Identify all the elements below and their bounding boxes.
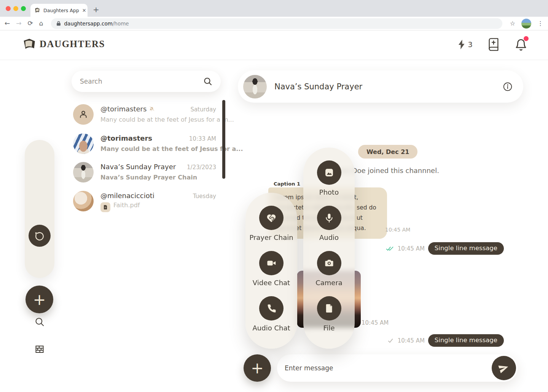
menu-item-camera[interactable]: Camera bbox=[306, 251, 352, 287]
menu-item-audio[interactable]: Audio bbox=[306, 206, 352, 241]
forward-icon[interactable]: → bbox=[16, 20, 21, 27]
chat-list-item[interactable]: @milenaciccioti Tuesday Faith.pdf bbox=[73, 191, 221, 212]
menu-item-photo[interactable]: Photo bbox=[306, 160, 352, 196]
create-new-button[interactable]: + bbox=[25, 286, 53, 313]
message-composer[interactable] bbox=[277, 354, 518, 382]
nav-search-icon[interactable] bbox=[35, 317, 45, 327]
attach-menu: Photo Audio Camera File bbox=[303, 148, 355, 349]
message-timestamp: 10:45 AM bbox=[398, 337, 425, 344]
favicon-book-icon bbox=[34, 7, 40, 13]
browser-tab-strip: Daughters App ✕ + bbox=[0, 0, 548, 17]
search-input[interactable] bbox=[80, 78, 203, 85]
window-close-button[interactable] bbox=[6, 6, 11, 11]
search-box[interactable] bbox=[72, 71, 221, 92]
back-icon[interactable]: ← bbox=[5, 20, 10, 27]
chat-name: @torimasters bbox=[100, 134, 152, 142]
chat-list-item[interactable]: Nava’s Sunday Prayer 1/23/2023 Nava’s Su… bbox=[73, 162, 221, 183]
menu-item-audio-chat[interactable]: Audio Chat bbox=[249, 296, 294, 332]
browser-menu-icon[interactable]: ⋮ bbox=[537, 20, 543, 27]
avatar bbox=[73, 191, 94, 211]
tab-title: Daughters App bbox=[43, 8, 79, 13]
photo-icon bbox=[317, 160, 341, 185]
chat-list-scrollbar[interactable] bbox=[222, 100, 225, 179]
chat-name: @torimasters bbox=[100, 105, 147, 113]
brand-name: DAUGHTERS bbox=[40, 39, 105, 49]
avatar bbox=[73, 133, 94, 154]
chat-preview: Nava’s Sunday Prayer Chain bbox=[100, 174, 197, 181]
prayer-chain-icon bbox=[259, 206, 284, 230]
browser-tab[interactable]: Daughters App ✕ bbox=[30, 4, 88, 17]
brand-logo[interactable]: DAUGHTERS bbox=[22, 38, 105, 51]
sender-caption: Caption 1 bbox=[274, 181, 300, 187]
sent-message-bubble[interactable]: Single line message bbox=[428, 242, 504, 255]
nav-groups-icon[interactable] bbox=[35, 344, 45, 354]
send-button[interactable] bbox=[492, 356, 516, 380]
nav-chats-icon[interactable] bbox=[29, 225, 51, 247]
streak-count: 3 bbox=[468, 40, 473, 49]
chat-preview: Many could be at the feet of Jesus for a… bbox=[100, 116, 234, 123]
audio-mic-icon bbox=[317, 206, 341, 230]
streak-indicator[interactable]: 3 bbox=[457, 39, 473, 50]
chat-list-item[interactable]: @torimasters 10:33 AM Many could be at t… bbox=[73, 133, 221, 155]
tab-close-icon[interactable]: ✕ bbox=[82, 8, 86, 13]
browser-profile-avatar[interactable] bbox=[521, 19, 531, 29]
avatar bbox=[73, 162, 94, 183]
sent-message-bubble[interactable]: Single line message bbox=[428, 334, 504, 347]
conversation-avatar[interactable] bbox=[243, 75, 267, 98]
chat-time: Tuesday bbox=[193, 193, 216, 200]
menu-item-file[interactable]: File bbox=[306, 296, 352, 332]
chat-time: Saturday bbox=[190, 106, 216, 113]
app-header: DAUGHTERS 3 bbox=[0, 30, 548, 60]
info-icon[interactable] bbox=[503, 82, 513, 92]
pdf-file-icon bbox=[100, 202, 110, 212]
url-bar[interactable]: daughtersapp.com/home bbox=[51, 18, 502, 29]
message-timestamp: 10:45 AM bbox=[398, 245, 425, 252]
bookmark-star-icon[interactable]: ☆ bbox=[510, 20, 515, 27]
chat-time: 10:33 AM bbox=[189, 135, 216, 142]
notifications-bell-icon[interactable] bbox=[515, 37, 527, 52]
search-icon[interactable] bbox=[203, 77, 212, 86]
message-input[interactable] bbox=[285, 364, 489, 372]
chat-name: Nava’s Sunday Prayer bbox=[100, 163, 176, 171]
url-domain: daughtersapp.com bbox=[64, 21, 113, 27]
chat-time: 1/23/2023 bbox=[187, 164, 216, 171]
chat-preview: Many could be at the feet of Jesus for a… bbox=[100, 145, 243, 152]
camera-icon bbox=[317, 251, 341, 275]
lock-icon bbox=[56, 21, 61, 26]
url-path: /home bbox=[113, 21, 129, 27]
video-chat-icon bbox=[259, 251, 284, 275]
browser-toolbar: ← → ⟳ ⌂ daughtersapp.com/home ☆ ⋮ bbox=[0, 17, 548, 30]
message-timestamp: 10:45 AM bbox=[385, 227, 410, 233]
chat-name: @milenaciccioti bbox=[100, 192, 155, 200]
message-timestamp: 10:45 AM bbox=[362, 319, 389, 326]
attach-plus-button[interactable]: + bbox=[244, 354, 271, 382]
conversation-title: Nava’s Sunday Prayer bbox=[274, 82, 503, 91]
conversation-header: Nava’s Sunday Prayer bbox=[238, 70, 523, 103]
lightning-bolt-icon bbox=[457, 39, 467, 50]
side-nav bbox=[25, 140, 54, 278]
window-zoom-button[interactable] bbox=[21, 6, 26, 11]
menu-item-prayer-chain[interactable]: Prayer Chain bbox=[249, 206, 294, 241]
sent-single-check-icon bbox=[387, 338, 394, 343]
read-double-check-icon bbox=[386, 246, 394, 251]
window-minimize-button[interactable] bbox=[13, 6, 18, 11]
bible-icon[interactable] bbox=[487, 37, 500, 52]
file-icon bbox=[317, 296, 341, 321]
audio-chat-icon bbox=[259, 296, 284, 321]
sent-message-row: 10:45 AM Single line message bbox=[387, 334, 504, 347]
action-menu: Prayer Chain Videe Chat Audio Chat bbox=[245, 193, 297, 349]
home-icon[interactable]: ⌂ bbox=[39, 20, 43, 27]
chat-preview: Faith.pdf bbox=[113, 202, 140, 209]
sent-message-row: 10:45 AM Single line message bbox=[386, 242, 504, 255]
book-logo-icon bbox=[22, 38, 36, 51]
reload-icon[interactable]: ⟳ bbox=[28, 20, 33, 27]
chat-list-item[interactable]: @torimasters Saturday Many could be at t… bbox=[73, 104, 221, 125]
new-tab-button[interactable]: + bbox=[93, 5, 99, 14]
date-chip: Wed, Dec 21 bbox=[358, 145, 417, 159]
muted-bell-icon bbox=[149, 106, 155, 112]
avatar bbox=[73, 104, 94, 125]
menu-item-video-chat[interactable]: Videe Chat bbox=[249, 251, 294, 287]
notification-badge bbox=[524, 36, 529, 41]
